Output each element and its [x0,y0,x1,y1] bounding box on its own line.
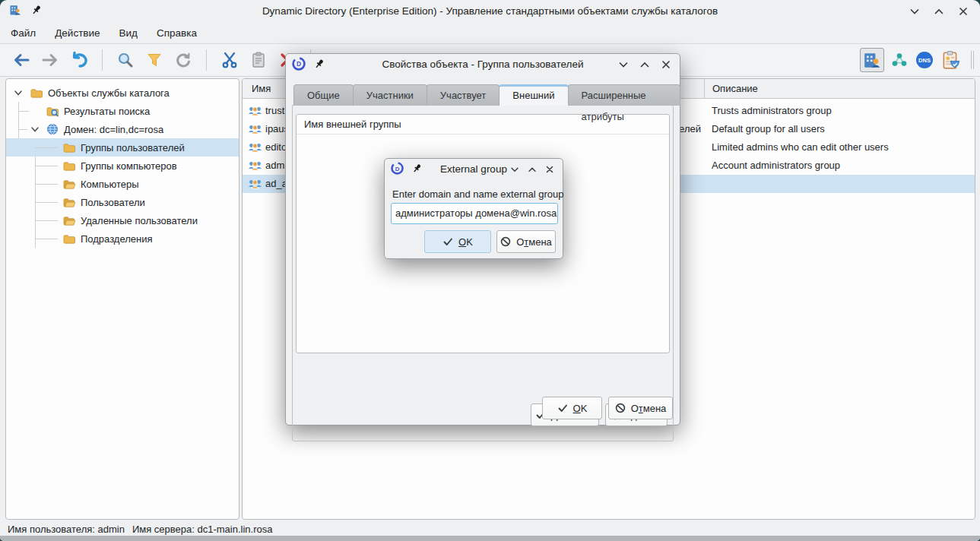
close-icon[interactable] [660,59,672,71]
directory-tree-panel: Объекты службы каталога Результаты поиск… [5,78,239,520]
dialog-titlebar: D Свойства объекта - Группа пользователе… [286,54,680,75]
tree-item-label: Группы пользователей [81,142,185,153]
prompt-label: Enter domain and name external group [392,188,563,200]
tabbar: Общие Участники Участвует Внешний Расшир… [293,84,680,106]
check-icon [557,403,568,413]
minimize-icon[interactable] [617,59,630,71]
cell-name: trust [265,102,284,120]
tree-item-domain[interactable]: Домен: dc=lin,dc=rosa [6,120,239,138]
maximize-icon[interactable] [527,164,538,175]
statusbar: Имя пользователя: admin Имя сервера: dc1… [8,522,272,536]
tree-item-org-units[interactable]: Подразделения [6,229,239,248]
toolbar-separator [102,49,103,71]
tree-item-label: Домен: dc=lin,dc=rosa [64,124,163,135]
cell-description: Default group for all users [712,120,825,138]
tree-item-users[interactable]: Пользователи [6,193,239,211]
expander-icon[interactable] [13,87,24,98]
forward-icon[interactable] [41,51,59,69]
folder-icon [63,160,76,172]
text-caret [557,207,558,219]
column-header-name[interactable]: Имя [252,79,271,99]
check-icon [442,236,453,247]
tab-external[interactable]: Внешний [499,84,568,106]
folder-open-icon [63,197,76,208]
group-icon [248,159,262,172]
tree-item-label: Пользователи [81,197,145,208]
menubar: Файл Действие Вид Справка [0,23,980,43]
cell-description: Limited admins who can edit other users [712,138,889,157]
menu-view[interactable]: Вид [119,27,138,39]
ok-button[interactable]: OK [424,230,491,253]
directory-objects-view-button[interactable] [860,48,884,72]
menu-action[interactable]: Действие [55,27,100,39]
tree-item-root[interactable]: Объекты службы каталога [6,84,239,102]
tree-item-label: Подразделения [81,233,153,245]
refresh-icon[interactable] [174,51,192,69]
status-server: Имя сервера: dc1-main.lin.rosa [132,524,273,535]
cut-icon[interactable] [220,51,239,69]
group-icon [248,141,262,153]
main-window: Dynamic Directory (Enterprise Edition) -… [0,0,980,541]
group-icon [248,177,262,190]
status-user: Имя пользователя: admin [8,524,125,535]
expander-icon[interactable] [30,124,40,134]
window-title: Dynamic Directory (Enterprise Edition) -… [0,0,980,23]
tree-item-label: Компьютеры [81,179,139,190]
building-user-icon [863,51,881,69]
tab-members[interactable]: Участники [353,84,427,106]
folder-icon [30,87,43,99]
undo-icon[interactable] [70,51,88,69]
close-icon[interactable] [957,5,969,17]
column-header-description[interactable]: Описание [704,79,975,98]
tab-general[interactable]: Общие [293,84,354,106]
window-bottom-edge [0,536,980,541]
cancel-button[interactable]: Отмена [608,397,673,419]
maximize-icon[interactable] [639,59,651,71]
dialog-titlebar: D External group [385,159,563,180]
tree-item-user-groups[interactable]: Группы пользователей [6,138,239,157]
titlebar: Dynamic Directory (Enterprise Edition) -… [0,0,980,23]
external-group-dialog: D External group Enter domain and name e… [384,158,563,259]
no-entry-icon [500,236,511,247]
network-icon[interactable] [890,51,909,69]
no-entry-icon [615,403,626,413]
tree-item-label: Группы компьютеров [81,160,177,172]
tree-item-label: Удаленные пользователи [81,215,198,226]
tree-item-computer-groups[interactable]: Группы компьютеров [6,157,239,175]
maximize-icon[interactable] [933,5,945,17]
folder-open-icon [63,179,76,190]
tab-member-of[interactable]: Участвует [427,84,500,106]
folder-icon [63,142,76,153]
folder-search-icon [46,106,59,117]
tab-extended-attributes[interactable]: Расширенные атрибуты [568,84,680,106]
back-icon[interactable] [12,51,30,69]
policies-icon[interactable] [940,50,960,70]
dns-icon[interactable]: DNS [915,50,934,70]
globe-icon [46,123,59,135]
tree-item-computers[interactable]: Компьютеры [6,175,239,193]
toolbar-handle[interactable] [971,51,974,69]
tree-item-deleted-users[interactable]: Удаленные пользователи [6,211,239,229]
toolbar-separator [206,49,207,71]
tree-item-search-results[interactable]: Результаты поиска [6,102,239,120]
tab-content-external: Имя внешней группы Добавить Удалить [292,105,674,441]
folder-icon [63,233,76,245]
paste-icon[interactable] [249,51,268,69]
close-icon[interactable] [544,164,555,175]
cell-description: Trusts administrators group [712,102,832,120]
ok-button[interactable]: OK [542,397,602,419]
tree-item-label: Результаты поиска [64,106,150,117]
filter-icon[interactable] [145,51,163,69]
svg-text:DNS: DNS [918,57,931,64]
tree-item-label: Объекты службы каталога [48,87,170,99]
search-icon[interactable] [116,51,135,69]
cell-description: Account administrators group [712,157,840,175]
menu-help[interactable]: Справка [157,27,197,39]
external-group-input[interactable]: администраторы домена@win.rosa [391,203,558,224]
folder-open-icon [63,215,76,226]
minimize-icon[interactable] [509,164,520,175]
cancel-button[interactable]: Отмена [496,230,556,253]
minimize-icon[interactable] [909,5,921,17]
menu-file[interactable]: Файл [11,27,36,39]
group-icon [248,104,262,117]
